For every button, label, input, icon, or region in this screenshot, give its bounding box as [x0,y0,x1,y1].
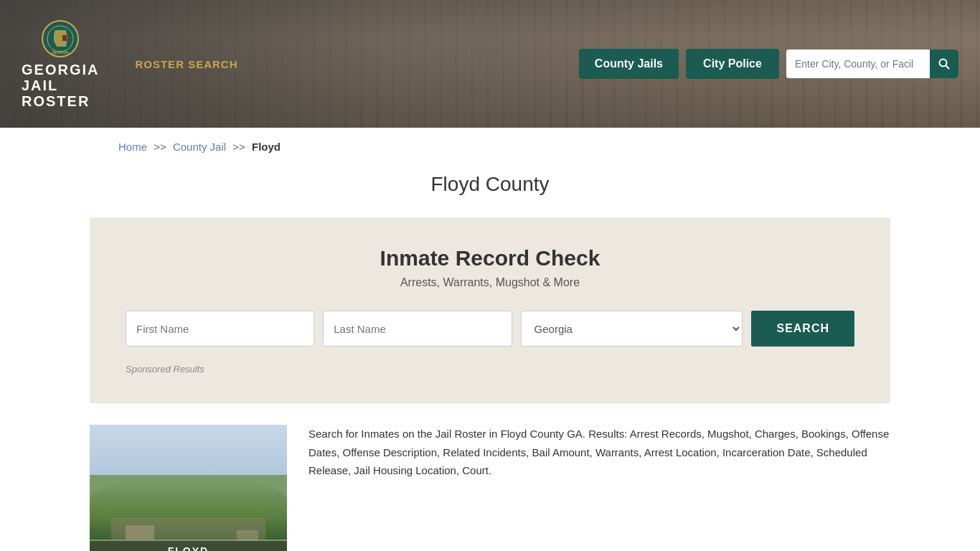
floyd-label: FLOYD [90,541,287,551]
svg-line-5 [946,66,950,70]
page-title-area: Floyd County [0,166,980,217]
header-search-bar [786,50,958,78]
breadcrumb-county-jail[interactable]: County Jail [173,141,226,153]
svg-point-4 [940,60,947,67]
sponsored-results-label: Sponsored Results [126,364,854,375]
logo-text: GEORGIA JAIL JAIL ROSTER ROSTER [22,62,99,109]
header-right: County Jails City Police [579,49,958,79]
floyd-county-image: FLOYD [90,425,287,551]
first-name-input[interactable] [126,311,314,347]
inmate-section-title: Inmate Record Check [126,246,854,270]
state-select[interactable]: AlabamaAlaskaArizonaArkansasCaliforniaCo… [521,311,743,347]
roster-search-link[interactable]: ROSTER SEARCH [135,58,237,70]
last-name-input[interactable] [323,311,512,347]
inmate-search-button[interactable]: SEARCH [751,311,854,347]
breadcrumb-current: Floyd [252,141,281,153]
header-search-button[interactable] [930,50,958,78]
breadcrumb-sep1: >> [154,141,166,153]
page-title: Floyd County [0,173,980,196]
image-sky [90,425,287,475]
bottom-description: Search for Inmates on the Jail Roster in… [308,425,890,480]
bottom-section: FLOYD Search for Inmates on the Jail Ros… [0,403,980,551]
breadcrumb: Home >> County Jail >> Floyd [0,128,980,166]
breadcrumb-home[interactable]: Home [118,141,147,153]
search-icon [938,58,950,70]
county-jails-button[interactable]: County Jails [579,49,679,79]
svg-text:GEORGIA: GEORGIA [52,50,69,55]
breadcrumb-sep2: >> [232,141,245,153]
inmate-search-form: AlabamaAlaskaArizonaArkansasCaliforniaCo… [126,311,854,347]
inmate-record-section: Inmate Record Check Arrests, Warrants, M… [90,217,890,403]
inmate-section-subtitle: Arrests, Warrants, Mugshot & More [126,276,854,289]
site-header: GEORGIA GEORGIA JAIL JAIL ROSTER ROSTER … [0,0,980,128]
svg-rect-2 [62,35,67,41]
header-search-input[interactable] [786,50,930,78]
image-building3 [237,530,258,541]
city-police-button[interactable]: City Police [686,49,779,79]
georgia-seal-icon: GEORGIA [41,19,80,59]
logo-area: GEORGIA GEORGIA JAIL JAIL ROSTER ROSTER [22,19,99,109]
image-building2 [126,525,154,540]
